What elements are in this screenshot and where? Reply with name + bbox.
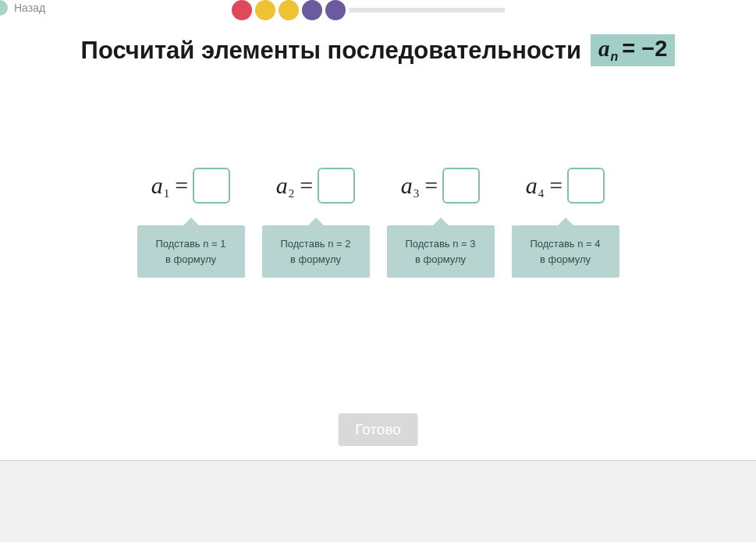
progress-dot-2 — [255, 0, 275, 20]
expr-4: a4= — [526, 168, 605, 204]
progress-dots — [232, 0, 346, 20]
expr-var: a — [151, 172, 163, 199]
formula-var: a — [598, 36, 610, 62]
answer-input-3[interactable] — [442, 168, 480, 204]
sequence-item-2: a2= Подставь n = 2 в формулу — [261, 168, 371, 278]
done-button[interactable]: Готово — [338, 413, 418, 446]
hint-line2: в формулу — [518, 252, 613, 267]
sequence-item-3: a3= Подставь n = 3 в формулу — [386, 168, 495, 278]
expr-sub: 1 — [164, 187, 170, 200]
answer-input-1[interactable] — [193, 168, 230, 204]
page-title: Посчитай элементы последовательности — [81, 37, 581, 65]
expr-2: a2= — [276, 168, 355, 204]
expr-eq: = — [424, 172, 438, 199]
footer-area — [0, 461, 756, 542]
answer-input-4[interactable] — [567, 168, 605, 204]
hint-line1: Подставь n = 1 — [144, 236, 239, 252]
sequence-item-4: a4= Подставь n = 4 в формулу — [511, 168, 620, 278]
hint-line2: в формулу — [268, 252, 364, 267]
progress-dot-1 — [232, 0, 252, 20]
formula-badge: an= −2 — [591, 34, 675, 66]
items-row: a1= Подставь n = 1 в формулу a2= Подстав… — [0, 168, 756, 278]
sequence-item-1: a1= Подставь n = 1 в формулу — [137, 168, 246, 278]
expr-3: a3= — [401, 168, 480, 204]
progress-dot-5 — [325, 0, 346, 20]
hint-line2: в формулу — [393, 252, 488, 267]
hint-line1: Подставь n = 2 — [268, 236, 364, 252]
hint-line1: Подставь n = 4 — [518, 236, 613, 252]
expr-1: a1= — [151, 168, 230, 204]
hint-line2: в формулу — [144, 252, 239, 267]
formula-sub: n — [611, 50, 619, 64]
top-bar: Назад — [0, 0, 756, 20]
hint-1: Подставь n = 1 в формулу — [137, 225, 245, 278]
expr-sub: 2 — [289, 187, 295, 200]
title-row: Посчитай элементы последовательности an=… — [0, 34, 756, 66]
formula-rest: = −2 — [622, 36, 667, 62]
expr-sub: 3 — [413, 187, 420, 200]
expr-var: a — [526, 172, 538, 199]
expr-eq: = — [300, 172, 313, 199]
progress-area — [232, 0, 505, 20]
answer-input-2[interactable] — [318, 168, 355, 204]
progress-dot-3 — [279, 0, 299, 20]
expr-eq: = — [175, 172, 188, 199]
expr-var: a — [276, 172, 288, 199]
back-button[interactable]: Назад — [14, 2, 45, 14]
progress-dot-4 — [302, 0, 322, 20]
expr-sub: 4 — [538, 187, 545, 200]
hint-line1: Подставь n = 3 — [393, 236, 488, 252]
back-pill-icon[interactable] — [0, 0, 8, 16]
expr-var: a — [401, 172, 413, 199]
progress-bar — [349, 8, 505, 12]
expr-eq: = — [549, 172, 563, 199]
hint-2: Подставь n = 2 в формулу — [262, 225, 370, 278]
hint-3: Подставь n = 3 в формулу — [387, 225, 495, 278]
hint-4: Подставь n = 4 в формулу — [512, 225, 619, 278]
